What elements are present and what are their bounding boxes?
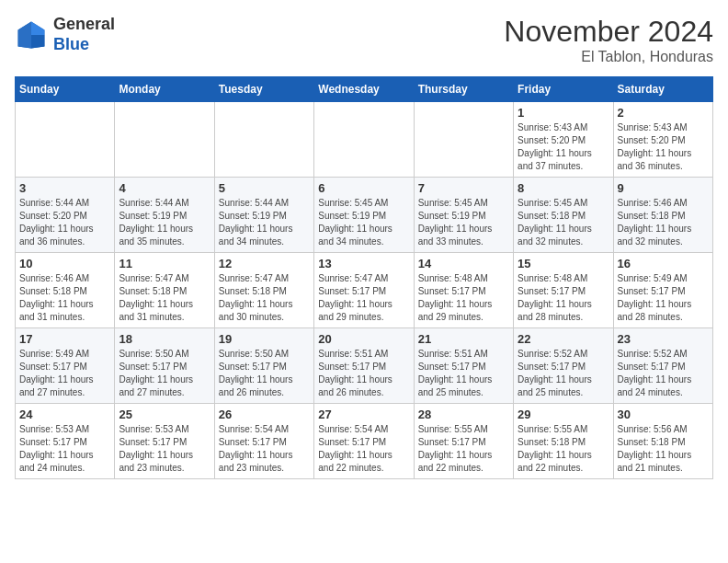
day-info: Sunrise: 5:45 AM Sunset: 5:19 PM Dayligh… bbox=[418, 197, 509, 248]
weekday-header: Friday bbox=[514, 77, 613, 102]
day-info: Sunrise: 5:49 AM Sunset: 5:17 PM Dayligh… bbox=[19, 348, 110, 399]
calendar-cell: 9Sunrise: 5:46 AM Sunset: 5:18 PM Daylig… bbox=[613, 178, 712, 253]
day-info: Sunrise: 5:47 AM Sunset: 5:18 PM Dayligh… bbox=[219, 272, 310, 324]
day-number: 21 bbox=[418, 332, 509, 346]
calendar-cell: 24Sunrise: 5:53 AM Sunset: 5:17 PM Dayli… bbox=[16, 404, 115, 479]
day-number: 13 bbox=[318, 257, 409, 270]
day-info: Sunrise: 5:45 AM Sunset: 5:19 PM Dayligh… bbox=[318, 197, 409, 248]
calendar-week-row: 3Sunrise: 5:44 AM Sunset: 5:20 PM Daylig… bbox=[16, 178, 713, 253]
day-number: 11 bbox=[119, 257, 210, 270]
day-number: 20 bbox=[318, 332, 409, 346]
day-number: 26 bbox=[219, 408, 310, 421]
day-number: 29 bbox=[518, 408, 609, 421]
calendar-cell: 17Sunrise: 5:49 AM Sunset: 5:17 PM Dayli… bbox=[16, 328, 115, 404]
calendar-cell: 26Sunrise: 5:54 AM Sunset: 5:17 PM Dayli… bbox=[214, 404, 313, 479]
logo-blue: Blue bbox=[53, 35, 89, 53]
calendar-cell bbox=[16, 102, 115, 178]
calendar-cell: 27Sunrise: 5:54 AM Sunset: 5:17 PM Dayli… bbox=[314, 404, 414, 479]
day-number: 16 bbox=[618, 257, 709, 270]
calendar-week-row: 1Sunrise: 5:43 AM Sunset: 5:20 PM Daylig… bbox=[16, 102, 713, 178]
calendar-cell: 11Sunrise: 5:47 AM Sunset: 5:18 PM Dayli… bbox=[115, 253, 214, 328]
day-info: Sunrise: 5:55 AM Sunset: 5:17 PM Dayligh… bbox=[418, 423, 509, 475]
day-number: 25 bbox=[119, 408, 210, 421]
calendar-cell: 10Sunrise: 5:46 AM Sunset: 5:18 PM Dayli… bbox=[16, 253, 115, 328]
day-info: Sunrise: 5:53 AM Sunset: 5:17 PM Dayligh… bbox=[19, 423, 110, 475]
calendar-cell: 1Sunrise: 5:43 AM Sunset: 5:20 PM Daylig… bbox=[514, 102, 613, 178]
day-info: Sunrise: 5:45 AM Sunset: 5:18 PM Dayligh… bbox=[518, 197, 609, 248]
day-number: 27 bbox=[318, 408, 409, 421]
day-info: Sunrise: 5:46 AM Sunset: 5:18 PM Dayligh… bbox=[618, 197, 709, 248]
logo-general: General bbox=[53, 15, 115, 33]
day-number: 23 bbox=[618, 332, 709, 346]
calendar-cell: 23Sunrise: 5:52 AM Sunset: 5:17 PM Dayli… bbox=[613, 328, 712, 404]
day-info: Sunrise: 5:46 AM Sunset: 5:18 PM Dayligh… bbox=[19, 272, 110, 324]
day-number: 5 bbox=[219, 181, 310, 195]
day-number: 18 bbox=[119, 332, 210, 346]
weekday-header: Saturday bbox=[613, 77, 712, 102]
calendar-cell: 20Sunrise: 5:51 AM Sunset: 5:17 PM Dayli… bbox=[314, 328, 414, 404]
day-info: Sunrise: 5:55 AM Sunset: 5:18 PM Dayligh… bbox=[518, 423, 609, 475]
calendar-header-row: SundayMondayTuesdayWednesdayThursdayFrid… bbox=[16, 77, 713, 102]
day-info: Sunrise: 5:54 AM Sunset: 5:17 PM Dayligh… bbox=[318, 423, 409, 475]
day-number: 17 bbox=[19, 332, 110, 346]
calendar-cell bbox=[414, 102, 513, 178]
day-info: Sunrise: 5:43 AM Sunset: 5:20 PM Dayligh… bbox=[518, 121, 609, 173]
day-info: Sunrise: 5:52 AM Sunset: 5:17 PM Dayligh… bbox=[518, 348, 609, 399]
calendar-week-row: 17Sunrise: 5:49 AM Sunset: 5:17 PM Dayli… bbox=[16, 328, 713, 404]
calendar-cell: 2Sunrise: 5:43 AM Sunset: 5:20 PM Daylig… bbox=[613, 102, 712, 178]
day-info: Sunrise: 5:47 AM Sunset: 5:17 PM Dayligh… bbox=[318, 272, 409, 324]
day-number: 8 bbox=[518, 181, 609, 195]
svg-marker-1 bbox=[31, 21, 44, 34]
weekday-header: Sunday bbox=[16, 77, 115, 102]
calendar: SundayMondayTuesdayWednesdayThursdayFrid… bbox=[15, 76, 713, 479]
calendar-cell: 22Sunrise: 5:52 AM Sunset: 5:17 PM Dayli… bbox=[514, 328, 613, 404]
calendar-cell: 28Sunrise: 5:55 AM Sunset: 5:17 PM Dayli… bbox=[414, 404, 513, 479]
day-number: 9 bbox=[618, 181, 709, 195]
calendar-cell: 19Sunrise: 5:50 AM Sunset: 5:17 PM Dayli… bbox=[214, 328, 313, 404]
day-number: 19 bbox=[219, 332, 310, 346]
day-number: 4 bbox=[119, 181, 210, 195]
calendar-cell: 18Sunrise: 5:50 AM Sunset: 5:17 PM Dayli… bbox=[115, 328, 214, 404]
day-number: 3 bbox=[19, 181, 110, 195]
day-number: 2 bbox=[618, 106, 709, 120]
calendar-cell: 3Sunrise: 5:44 AM Sunset: 5:20 PM Daylig… bbox=[16, 178, 115, 253]
day-number: 12 bbox=[219, 257, 310, 270]
calendar-cell bbox=[214, 102, 313, 178]
day-number: 24 bbox=[19, 408, 110, 421]
day-info: Sunrise: 5:54 AM Sunset: 5:17 PM Dayligh… bbox=[219, 423, 310, 475]
svg-marker-2 bbox=[31, 35, 44, 48]
day-number: 28 bbox=[418, 408, 509, 421]
title-block: November 2024 El Tablon, Honduras bbox=[504, 15, 713, 65]
day-number: 30 bbox=[618, 408, 709, 421]
weekday-header: Monday bbox=[115, 77, 214, 102]
calendar-cell: 21Sunrise: 5:51 AM Sunset: 5:17 PM Dayli… bbox=[414, 328, 513, 404]
calendar-cell bbox=[314, 102, 414, 178]
day-info: Sunrise: 5:51 AM Sunset: 5:17 PM Dayligh… bbox=[318, 348, 409, 399]
calendar-cell: 6Sunrise: 5:45 AM Sunset: 5:19 PM Daylig… bbox=[314, 178, 414, 253]
day-info: Sunrise: 5:56 AM Sunset: 5:18 PM Dayligh… bbox=[618, 423, 709, 475]
day-info: Sunrise: 5:48 AM Sunset: 5:17 PM Dayligh… bbox=[418, 272, 509, 324]
day-number: 6 bbox=[318, 181, 409, 195]
calendar-cell: 8Sunrise: 5:45 AM Sunset: 5:18 PM Daylig… bbox=[514, 178, 613, 253]
day-info: Sunrise: 5:50 AM Sunset: 5:17 PM Dayligh… bbox=[219, 348, 310, 399]
calendar-cell: 13Sunrise: 5:47 AM Sunset: 5:17 PM Dayli… bbox=[314, 253, 414, 328]
location-title: El Tablon, Honduras bbox=[504, 49, 713, 65]
day-info: Sunrise: 5:44 AM Sunset: 5:19 PM Dayligh… bbox=[219, 197, 310, 248]
calendar-cell: 14Sunrise: 5:48 AM Sunset: 5:17 PM Dayli… bbox=[414, 253, 513, 328]
day-info: Sunrise: 5:53 AM Sunset: 5:17 PM Dayligh… bbox=[119, 423, 210, 475]
day-info: Sunrise: 5:50 AM Sunset: 5:17 PM Dayligh… bbox=[119, 348, 210, 399]
day-number: 1 bbox=[518, 106, 609, 120]
day-info: Sunrise: 5:49 AM Sunset: 5:17 PM Dayligh… bbox=[618, 272, 709, 324]
day-number: 15 bbox=[518, 257, 609, 270]
calendar-cell bbox=[115, 102, 214, 178]
day-number: 14 bbox=[418, 257, 509, 270]
day-info: Sunrise: 5:48 AM Sunset: 5:17 PM Dayligh… bbox=[518, 272, 609, 324]
calendar-cell: 12Sunrise: 5:47 AM Sunset: 5:18 PM Dayli… bbox=[214, 253, 313, 328]
weekday-header: Tuesday bbox=[214, 77, 313, 102]
month-title: November 2024 bbox=[504, 15, 713, 49]
logo: General Blue bbox=[15, 15, 115, 54]
page-header: General Blue November 2024 El Tablon, Ho… bbox=[15, 15, 713, 65]
calendar-cell: 5Sunrise: 5:44 AM Sunset: 5:19 PM Daylig… bbox=[214, 178, 313, 253]
calendar-cell: 15Sunrise: 5:48 AM Sunset: 5:17 PM Dayli… bbox=[514, 253, 613, 328]
day-number: 7 bbox=[418, 181, 509, 195]
